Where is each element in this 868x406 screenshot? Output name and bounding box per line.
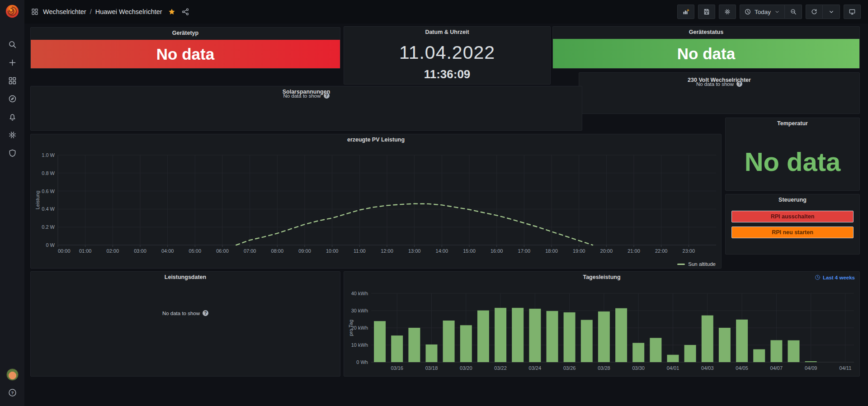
sidebar-item-search[interactable]: [0, 35, 24, 53]
svg-text:03/24: 03/24: [529, 365, 542, 371]
dashboard-settings-button[interactable]: [719, 5, 736, 19]
control-button-1[interactable]: RPI neu starten: [731, 227, 854, 238]
gear-icon: [8, 130, 17, 140]
svg-text:0 W: 0 W: [46, 242, 55, 248]
control-buttons: RPI ausschaltenRPI neu starten: [726, 211, 859, 242]
sidebar-item-configuration[interactable]: [0, 126, 24, 144]
no-data-message: No data to show?: [31, 93, 582, 99]
no-data-message: No data to show?: [579, 81, 859, 87]
svg-text:23:00: 23:00: [683, 248, 695, 254]
svg-text:20:00: 20:00: [600, 248, 613, 254]
sidebar-item-dashboards[interactable]: [0, 71, 24, 90]
control-button-0[interactable]: RPI ausschalten: [731, 211, 854, 222]
panel-230volt: 230 Volt Wechselrichter No data to show?: [579, 72, 860, 114]
svg-text:06:00: 06:00: [216, 248, 229, 254]
avatar: [6, 368, 19, 381]
daily-output-bar-chart: 40 kWh30 kWh20 kWh10 kWh0 Wh03/1603/1803…: [348, 283, 857, 374]
angle-down-icon: [828, 8, 835, 15]
panel-geraetetyp: Gerätetyp No data: [30, 27, 340, 69]
apps-icon: [8, 76, 17, 85]
panel-solarspannungen: Solarspannungen No data to show?: [30, 86, 582, 131]
question-icon[interactable]: ?: [203, 310, 208, 316]
save-dashboard-button[interactable]: [698, 5, 715, 19]
share-icon[interactable]: [181, 8, 189, 16]
grafana-logo[interactable]: [5, 4, 20, 19]
cycle-view-button[interactable]: [844, 5, 861, 19]
refresh-interval-button[interactable]: [823, 5, 840, 19]
refresh-button[interactable]: [806, 5, 823, 19]
save-icon: [703, 8, 710, 15]
svg-text:0 Wh: 0 Wh: [356, 359, 368, 365]
time-range-link[interactable]: Last 4 weeks: [815, 274, 855, 280]
top-navbar: Wechselrichter / Huawei Wechselrichter T…: [24, 0, 868, 24]
breadcrumb-dashboard[interactable]: Huawei Wechselrichter: [95, 8, 162, 15]
svg-text:10 kWh: 10 kWh: [351, 342, 368, 348]
legend-label: Sun altitude: [688, 261, 716, 267]
pv-line-chart: 1.0 W0.8 W0.6 W0.4 W0.2 W0 W00:0001:0002…: [34, 146, 718, 257]
svg-text:08:00: 08:00: [271, 248, 284, 254]
sidebar-item-explore[interactable]: [0, 90, 24, 108]
stat-value-geraetetyp: No data: [31, 40, 340, 68]
panel-steuerung: Steuerung RPI ausschaltenRPI neu starten: [725, 194, 860, 255]
panel-pv-leistung: erzeugte PV Leistung 1.0 W0.8 W0.6 W0.4 …: [30, 134, 722, 269]
svg-text:05:00: 05:00: [189, 248, 202, 254]
sync-icon: [811, 8, 818, 15]
svg-text:02:00: 02:00: [107, 248, 119, 254]
sidebar-item-server-admin[interactable]: [0, 144, 24, 162]
question-icon[interactable]: ?: [736, 81, 742, 87]
panel-title[interactable]: Datum & Uhrzeit: [344, 29, 550, 35]
svg-text:09:00: 09:00: [298, 248, 311, 254]
add-panel-button[interactable]: [677, 5, 694, 19]
panel-title[interactable]: Leistungsdaten: [31, 274, 340, 280]
svg-text:16:00: 16:00: [491, 248, 503, 254]
favorite-star-icon[interactable]: [168, 8, 176, 16]
panel-title[interactable]: Gerätestatus: [553, 29, 859, 35]
zoom-out-button[interactable]: [785, 5, 802, 19]
svg-text:12:00: 12:00: [381, 248, 393, 254]
svg-text:10:00: 10:00: [326, 248, 339, 254]
legend-sun-altitude[interactable]: Sun altitude: [677, 261, 716, 267]
svg-text:04/07: 04/07: [770, 365, 783, 371]
svg-text:0.6 W: 0.6 W: [42, 189, 55, 194]
svg-text:04/05: 04/05: [736, 365, 748, 371]
bell-icon: [8, 112, 17, 122]
panel-title[interactable]: Steuerung: [726, 197, 859, 203]
question-circle-icon: ?: [8, 388, 17, 397]
breadcrumb-separator: /: [90, 8, 92, 15]
svg-text:11:00: 11:00: [354, 248, 366, 254]
svg-text:14:00: 14:00: [436, 248, 448, 254]
svg-text:13:00: 13:00: [408, 248, 421, 254]
current-date: 11.04.2022: [344, 42, 550, 63]
panel-datum-uhrzeit: Datum & Uhrzeit 11.04.2022 11:36:09: [344, 26, 551, 85]
sidebar-item-alerting[interactable]: [0, 108, 24, 126]
legend-swatch: [677, 264, 685, 265]
sidebar-item-profile[interactable]: [0, 365, 24, 383]
search-icon: [8, 40, 17, 49]
stat-value-geraetestatus: No data: [553, 39, 859, 68]
panel-title[interactable]: Temperatur: [726, 120, 859, 127]
svg-text:03/28: 03/28: [598, 365, 610, 371]
svg-text:20 kWh: 20 kWh: [351, 325, 368, 330]
panel-title[interactable]: Tagesleistung: [344, 274, 859, 280]
svg-text:0.8 W: 0.8 W: [42, 170, 55, 176]
svg-text:21:00: 21:00: [627, 248, 640, 254]
svg-text:1.0 W: 1.0 W: [42, 152, 55, 158]
svg-text:04/03: 04/03: [701, 365, 714, 371]
panel-title[interactable]: Gerätetyp: [31, 30, 340, 36]
sidebar-item-help[interactable]: ?: [0, 383, 24, 401]
svg-text:03/18: 03/18: [425, 365, 438, 371]
time-picker-button[interactable]: Today: [740, 5, 785, 19]
search-minus-icon: [790, 8, 797, 15]
question-icon[interactable]: ?: [324, 93, 330, 99]
svg-text:17:00: 17:00: [518, 248, 531, 254]
shield-icon: [8, 148, 17, 158]
svg-text:04:00: 04:00: [161, 248, 174, 254]
sidebar-menu: [0, 35, 24, 162]
current-time: 11:36:09: [344, 67, 550, 81]
toolbar-button-label: Today: [755, 9, 771, 15]
panel-title[interactable]: erzeugte PV Leistung: [31, 137, 721, 143]
no-data-message: No data to show?: [31, 310, 340, 316]
angle-down-icon: [774, 9, 780, 15]
breadcrumb-folder[interactable]: Wechselrichter: [43, 8, 86, 15]
sidebar-item-create[interactable]: [0, 53, 24, 71]
